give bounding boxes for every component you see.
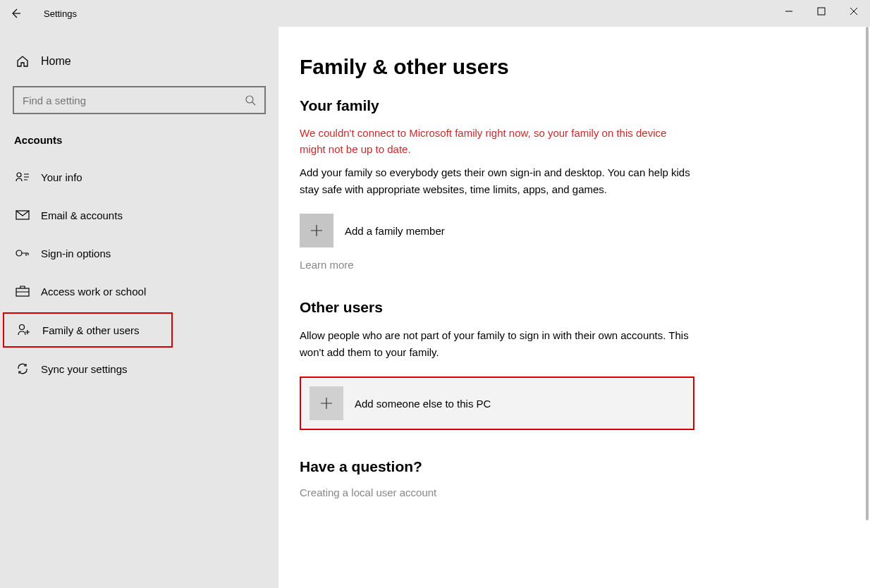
content-area: Family & other users Your family We coul… <box>278 27 870 588</box>
sync-icon <box>14 362 31 375</box>
sidebar-item-label: Access work or school <box>31 286 146 298</box>
sidebar-item-label: Family & other users <box>32 324 140 336</box>
search-icon <box>245 94 256 106</box>
sidebar-section-title: Accounts <box>0 130 278 156</box>
home-icon <box>14 55 31 68</box>
people-add-icon <box>16 324 32 336</box>
sidebar-item-label: Email & accounts <box>31 209 123 221</box>
sidebar-item-signin[interactable]: Sign-in options <box>0 236 278 270</box>
plus-icon <box>300 214 333 247</box>
family-description: Add your family so everybody gets their … <box>300 164 694 198</box>
key-icon <box>14 248 31 258</box>
section-help: Have a question? Creating a local user a… <box>300 458 694 498</box>
sidebar-item-label: Your info <box>31 171 82 183</box>
section-other-users: Other users Allow people who are not par… <box>300 299 694 430</box>
svg-point-4 <box>16 250 22 256</box>
sidebar-item-family[interactable]: Family & other users <box>3 312 173 348</box>
back-button[interactable] <box>0 0 31 27</box>
close-button[interactable] <box>838 0 870 23</box>
email-icon <box>14 210 31 220</box>
search-input[interactable] <box>13 86 266 114</box>
scrollbar[interactable] <box>866 27 869 520</box>
section-heading: Your family <box>300 97 694 114</box>
sidebar-item-work-school[interactable]: Access work or school <box>0 274 278 308</box>
sidebar: Home Accounts Your info Email & accounts <box>0 27 278 588</box>
add-family-member-button[interactable]: Add a family member <box>300 214 694 247</box>
sidebar-home-label: Home <box>31 55 71 68</box>
svg-point-6 <box>20 325 25 330</box>
svg-point-2 <box>17 173 21 177</box>
add-family-label: Add a family member <box>345 225 445 237</box>
family-error-text: We couldn't connect to Microsoft family … <box>300 125 694 157</box>
sidebar-item-email[interactable]: Email & accounts <box>0 198 278 232</box>
help-link[interactable]: Creating a local user account <box>300 486 694 498</box>
search-field[interactable] <box>23 94 245 106</box>
window-title: Settings <box>31 8 77 19</box>
svg-rect-0 <box>818 8 825 15</box>
add-someone-else-button[interactable]: Add someone else to this PC <box>300 376 694 430</box>
svg-point-1 <box>246 96 253 103</box>
other-description: Allow people who are not part of your fa… <box>300 327 694 361</box>
person-card-icon <box>14 171 31 183</box>
plus-icon <box>310 386 343 420</box>
sidebar-home[interactable]: Home <box>0 49 278 73</box>
section-heading: Other users <box>300 299 694 316</box>
sidebar-item-sync[interactable]: Sync your settings <box>0 352 278 386</box>
briefcase-icon <box>14 286 31 297</box>
add-someone-label: Add someone else to this PC <box>355 398 491 410</box>
learn-more-link[interactable]: Learn more <box>300 259 694 271</box>
section-your-family: Your family We couldn't connect to Micro… <box>300 97 694 271</box>
page-title: Family & other users <box>300 55 849 79</box>
minimize-button[interactable] <box>773 0 805 23</box>
section-heading: Have a question? <box>300 458 694 475</box>
sidebar-item-label: Sign-in options <box>31 247 111 259</box>
sidebar-item-label: Sync your settings <box>31 363 128 375</box>
maximize-button[interactable] <box>805 0 838 23</box>
sidebar-item-your-info[interactable]: Your info <box>0 160 278 194</box>
